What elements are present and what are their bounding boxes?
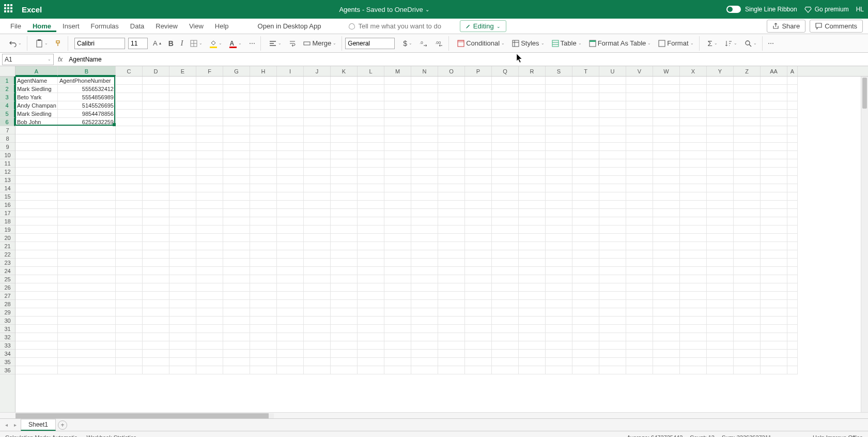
row-header[interactable]: 19 <box>0 225 15 234</box>
cell[interactable] <box>196 93 223 101</box>
cell[interactable] <box>761 118 787 126</box>
cell[interactable] <box>707 242 734 250</box>
cell[interactable] <box>519 333 546 341</box>
cell[interactable] <box>787 118 798 126</box>
cell[interactable] <box>16 267 58 275</box>
cell[interactable] <box>653 85 680 93</box>
cell[interactable] <box>492 101 519 110</box>
cell[interactable] <box>707 77 734 85</box>
cell[interactable] <box>707 151 734 159</box>
go-premium-button[interactable]: Go premium <box>804 6 849 13</box>
cell[interactable] <box>143 192 169 201</box>
cell[interactable] <box>734 267 761 275</box>
cell[interactable] <box>116 118 143 126</box>
cell[interactable] <box>169 151 196 159</box>
cell[interactable] <box>492 143 519 151</box>
cell[interactable] <box>331 209 358 217</box>
cell[interactable] <box>572 192 599 201</box>
cell[interactable] <box>169 110 196 118</box>
cell[interactable] <box>250 151 277 159</box>
cell[interactable]: AgentName <box>16 77 58 85</box>
cell[interactable] <box>787 77 798 85</box>
cell[interactable] <box>438 217 465 225</box>
cell[interactable] <box>277 93 304 101</box>
cell[interactable] <box>626 77 653 85</box>
merge-button[interactable]: Merge⌄ <box>301 38 338 48</box>
cell[interactable] <box>465 259 492 267</box>
calc-mode-label[interactable]: Calculation Mode: Automatic <box>5 434 77 438</box>
cell[interactable] <box>787 93 798 101</box>
column-header[interactable]: T <box>572 66 599 76</box>
cell[interactable] <box>304 225 331 234</box>
cell[interactable] <box>680 234 707 242</box>
cell[interactable] <box>572 176 599 184</box>
cell[interactable] <box>438 143 465 151</box>
cell[interactable] <box>223 259 250 267</box>
cell[interactable] <box>572 201 599 209</box>
cell[interactable] <box>223 225 250 234</box>
cell[interactable] <box>16 168 58 176</box>
cell[interactable] <box>761 134 787 143</box>
cell[interactable] <box>492 341 519 350</box>
cell[interactable] <box>169 242 196 250</box>
cell[interactable] <box>304 134 331 143</box>
cell[interactable] <box>653 283 680 292</box>
format-as-table-button[interactable]: Format As Table⌄ <box>587 38 654 48</box>
cell[interactable] <box>492 184 519 192</box>
cell[interactable] <box>680 209 707 217</box>
cell[interactable] <box>787 267 798 275</box>
cell[interactable] <box>572 242 599 250</box>
cell[interactable] <box>492 201 519 209</box>
cell[interactable] <box>223 283 250 292</box>
cell[interactable] <box>384 192 411 201</box>
cell[interactable] <box>304 93 331 101</box>
cell[interactable] <box>465 126 492 134</box>
cell[interactable] <box>599 192 626 201</box>
decrease-decimal-button[interactable]: .00 <box>433 39 445 48</box>
cell[interactable] <box>707 234 734 242</box>
cell[interactable] <box>58 292 116 300</box>
cell[interactable] <box>196 308 223 317</box>
cell[interactable] <box>169 77 196 85</box>
cell[interactable] <box>358 209 384 217</box>
cell[interactable] <box>787 325 798 333</box>
cell[interactable] <box>143 341 169 350</box>
cell[interactable] <box>761 77 787 85</box>
cell[interactable] <box>626 118 653 126</box>
cell[interactable] <box>680 242 707 250</box>
cell[interactable] <box>358 341 384 350</box>
cell[interactable] <box>304 333 331 341</box>
row-header[interactable]: 10 <box>0 151 15 159</box>
cell[interactable] <box>250 267 277 275</box>
cell[interactable] <box>411 317 438 325</box>
cell[interactable] <box>707 267 734 275</box>
cell[interactable] <box>626 292 653 300</box>
cell[interactable]: AgentPhoneNumber <box>58 77 116 85</box>
row-header[interactable]: 30 <box>0 317 15 325</box>
cell[interactable] <box>787 201 798 209</box>
cell[interactable] <box>465 168 492 176</box>
cell[interactable] <box>599 77 626 85</box>
cell[interactable] <box>438 308 465 317</box>
column-header[interactable]: O <box>438 66 465 76</box>
cell[interactable] <box>680 118 707 126</box>
cell[interactable] <box>492 225 519 234</box>
cell[interactable] <box>358 317 384 325</box>
cell[interactable] <box>250 159 277 168</box>
column-header[interactable]: A <box>787 66 798 76</box>
cell[interactable] <box>787 110 798 118</box>
cell[interactable] <box>143 201 169 209</box>
cell[interactable] <box>358 143 384 151</box>
single-line-ribbon-toggle[interactable]: Single Line Ribbon <box>726 6 797 13</box>
cell[interactable] <box>653 110 680 118</box>
cell[interactable] <box>331 267 358 275</box>
cell[interactable] <box>223 350 250 358</box>
cell[interactable] <box>384 184 411 192</box>
cell[interactable] <box>787 192 798 201</box>
cell[interactable] <box>116 159 143 168</box>
cell[interactable] <box>653 77 680 85</box>
cell[interactable] <box>626 151 653 159</box>
cell[interactable]: Mark Siedling <box>16 85 58 93</box>
cell[interactable] <box>761 267 787 275</box>
cell[interactable]: Beto Yark <box>16 93 58 101</box>
